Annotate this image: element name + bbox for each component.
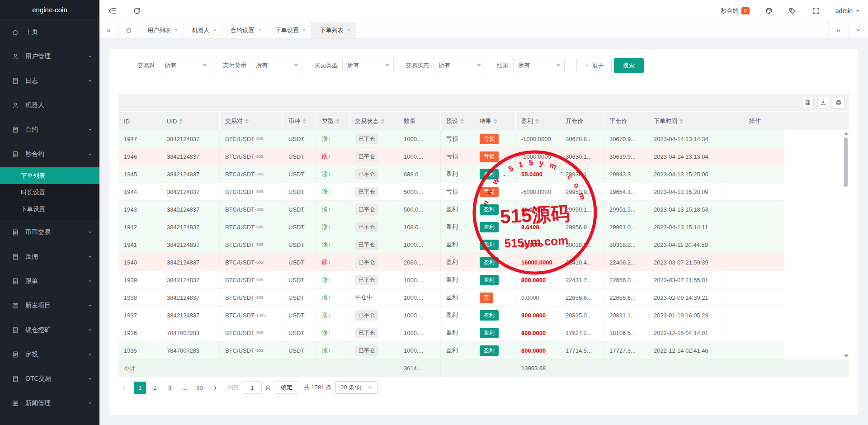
cell-id: 1938 bbox=[118, 289, 161, 306]
tabs-scroll-right-icon[interactable]: » bbox=[828, 22, 848, 38]
column-header-开仓价[interactable]: 开仓价 bbox=[560, 112, 604, 130]
user-menu[interactable]: admin bbox=[835, 7, 860, 14]
column-header-盈利[interactable]: 盈利 bbox=[516, 112, 560, 130]
tabs-menu-icon[interactable] bbox=[848, 22, 868, 38]
jump-page-input[interactable] bbox=[243, 381, 262, 394]
column-header-交易对[interactable]: 交易对 bbox=[220, 112, 283, 130]
tab-下单列表[interactable]: 下单列表 × bbox=[311, 22, 356, 38]
export-button[interactable] bbox=[817, 97, 829, 109]
scroll-down-icon[interactable] bbox=[844, 354, 849, 358]
sidebar-item-锁仓挖矿[interactable]: 锁仓挖矿 bbox=[0, 318, 99, 342]
column-header-结果[interactable]: 结果 bbox=[474, 112, 516, 130]
sidebar-item-反佣[interactable]: 反佣 bbox=[0, 245, 99, 269]
column-header-平仓价[interactable]: 平仓价 bbox=[604, 112, 648, 130]
doc-icon bbox=[12, 375, 19, 382]
tab-close-icon[interactable]: × bbox=[213, 27, 217, 33]
column-header-预设[interactable]: 预设 bbox=[441, 112, 474, 130]
table-row[interactable]: 1943 3842124837 BTC/USDT-30S USDT 涨↑ 已平仓… bbox=[118, 201, 784, 218]
sidebar-item-用户管理[interactable]: 用户管理 bbox=[0, 44, 99, 69]
table-row[interactable]: 1944 3842124837 BTC/USDT-60S USDT 涨↑ 已平仓… bbox=[118, 183, 784, 201]
print-button[interactable] bbox=[833, 97, 844, 109]
table-row[interactable]: 1945 3842124837 BTC/USDT-30S USDT 涨↑ 已平仓… bbox=[118, 165, 784, 183]
sort-icon[interactable] bbox=[336, 118, 340, 124]
tab-下单设置[interactable]: 下单设置 × bbox=[267, 22, 312, 38]
pending-orders-badge[interactable]: 秒合约 0 bbox=[721, 7, 750, 15]
page-button-1[interactable]: 1 bbox=[134, 382, 146, 394]
page-size-select[interactable]: 20 条/页 bbox=[335, 381, 377, 394]
refresh-icon[interactable] bbox=[133, 7, 141, 15]
column-header-交易状态[interactable]: 交易状态 bbox=[349, 112, 398, 130]
filter-select-买卖类型[interactable]: 所有 bbox=[342, 58, 394, 73]
tabs-scroll-left-icon[interactable]: « bbox=[99, 22, 118, 38]
home-tab[interactable] bbox=[118, 22, 139, 38]
column-header-下单时间[interactable]: 下单时间 bbox=[648, 112, 726, 130]
sidebar-item-合约[interactable]: 合约 bbox=[0, 118, 99, 142]
search-button[interactable]: 搜索 bbox=[614, 58, 644, 73]
sort-icon[interactable] bbox=[179, 118, 183, 124]
sort-icon[interactable] bbox=[535, 118, 539, 124]
filter-select-交易对[interactable]: 所有 bbox=[160, 58, 211, 73]
table-row[interactable]: 1937 3842124837 BTC/USDT-180S USDT 涨↑ 已平… bbox=[118, 307, 784, 324]
tab-合约设置[interactable]: 合约设置 × bbox=[222, 22, 267, 38]
sidebar-item-日志[interactable]: 日志 bbox=[0, 69, 99, 93]
table-row[interactable]: 1938 3842124837 BTC/USDT-60S USDT 涨↑ 平仓中… bbox=[118, 289, 784, 307]
sidebar-subitem-下单设置[interactable]: 下单设置 bbox=[0, 201, 99, 217]
table-row[interactable]: 1947 3842124837 BTC/USDT-60S USDT 涨↑ 已平仓… bbox=[118, 130, 784, 148]
sort-icon[interactable] bbox=[679, 118, 683, 124]
page-button-2[interactable]: 2 bbox=[149, 382, 161, 394]
next-page-icon[interactable]: › bbox=[209, 381, 221, 394]
column-header-币种[interactable]: 币种 bbox=[283, 112, 316, 130]
page-button-90[interactable]: 90 bbox=[193, 382, 206, 394]
column-header-数量[interactable]: 数量 bbox=[398, 112, 441, 130]
column-header-操作[interactable]: 操作 bbox=[726, 112, 784, 130]
confirm-button[interactable]: 确定 bbox=[275, 381, 298, 394]
filter-select-支付货币[interactable]: 所有 bbox=[251, 58, 302, 73]
table-row[interactable]: 1939 3842124837 BTC/USDT-60S USDT 涨↑ 已平仓… bbox=[118, 271, 784, 289]
sidebar-item-OTC交易[interactable]: OTC交易 bbox=[0, 367, 99, 391]
table-scrollbar[interactable] bbox=[843, 130, 849, 359]
sidebar-item-机器人[interactable]: 机器人 bbox=[0, 93, 99, 118]
sidebar-item-新发项目[interactable]: 新发项目 bbox=[0, 293, 99, 318]
sidebar-collapse-icon[interactable] bbox=[108, 7, 117, 15]
table-row[interactable]: 1940 3842124837 BTC/USDT-60S USDT 跌↓ 已平仓… bbox=[118, 254, 784, 271]
table-row[interactable]: 1936 7847007283 BTC/USDT-60S USDT 涨↑ 已平仓… bbox=[118, 324, 784, 342]
sidebar-item-币币交易[interactable]: 币币交易 bbox=[0, 220, 99, 245]
prev-page-icon[interactable]: ‹ bbox=[118, 381, 130, 394]
column-header-UID[interactable]: UID bbox=[161, 112, 220, 130]
tab-close-icon[interactable]: × bbox=[258, 27, 261, 33]
sidebar-subitem-时长设置[interactable]: 时长设置 bbox=[0, 184, 99, 201]
sort-icon[interactable] bbox=[381, 118, 384, 124]
scrollbar-thumb[interactable] bbox=[844, 137, 848, 187]
cell-amount: 1000.... bbox=[398, 148, 441, 165]
table-row[interactable]: 1935 7847007283 BTC/USDT-60S USDT 涨↑ 已平仓… bbox=[118, 342, 784, 359]
expand-filters-button[interactable]: 展开 bbox=[576, 58, 612, 73]
theme-palette-icon[interactable] bbox=[765, 7, 773, 15]
tab-用户列表[interactable]: 用户列表 × bbox=[139, 22, 184, 38]
column-header-ID[interactable]: ID bbox=[118, 112, 161, 130]
table-row[interactable]: 1941 3842124837 BTC/USDT-30S USDT 涨↑ 已平仓… bbox=[118, 236, 784, 254]
column-filter-button[interactable] bbox=[802, 97, 814, 109]
column-header-类型[interactable]: 类型 bbox=[316, 112, 349, 130]
sidebar-subitem-下单列表[interactable]: 下单列表 bbox=[0, 167, 99, 184]
sidebar-item-新闻管理[interactable]: 新闻管理 bbox=[0, 391, 99, 416]
tab-close-icon[interactable]: × bbox=[302, 27, 306, 33]
filter-select-交易状态[interactable]: 所有 bbox=[434, 58, 485, 73]
sort-icon[interactable] bbox=[245, 118, 249, 124]
page-button-3[interactable]: 3 bbox=[164, 382, 176, 394]
table-row[interactable]: 1946 3842124837 BTC/USDT-60S USDT 跌↓ 已平仓… bbox=[118, 148, 784, 165]
tab-close-icon[interactable]: × bbox=[175, 27, 178, 33]
tag-icon[interactable] bbox=[788, 7, 797, 15]
sidebar-item-定投[interactable]: 定投 bbox=[0, 342, 99, 367]
sidebar-item-跟单[interactable]: 跟单 bbox=[0, 269, 99, 293]
sidebar-item-主页[interactable]: 主页 bbox=[0, 20, 99, 44]
sidebar-item-秒合约[interactable]: 秒合约 bbox=[0, 142, 99, 166]
filter-select-结果[interactable]: 所有 bbox=[513, 58, 565, 73]
sort-icon[interactable] bbox=[494, 118, 497, 124]
scroll-up-icon[interactable] bbox=[844, 132, 849, 135]
sort-icon[interactable] bbox=[302, 118, 306, 124]
tab-机器人[interactable]: 机器人 × bbox=[184, 22, 223, 38]
table-row[interactable]: 1942 3842124837 BTC/USDT-30S USDT 涨↑ 已平仓… bbox=[118, 218, 784, 236]
fullscreen-icon[interactable] bbox=[812, 7, 820, 15]
tab-close-icon[interactable]: × bbox=[347, 27, 350, 33]
sort-icon[interactable] bbox=[460, 118, 464, 124]
